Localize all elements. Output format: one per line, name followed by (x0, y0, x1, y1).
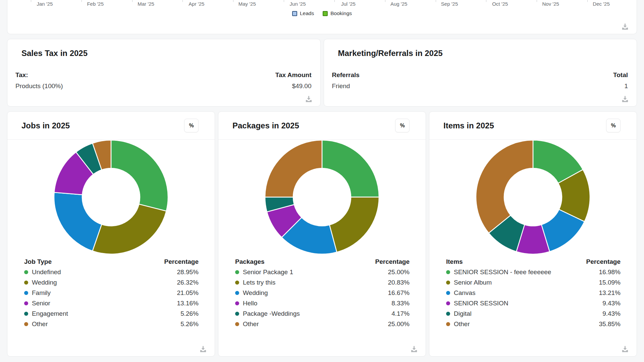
download-icon (622, 346, 629, 352)
donut-segment[interactable] (54, 192, 102, 251)
series-label: Package -Weddings (243, 310, 391, 317)
series-percentage: 16.67% (388, 289, 410, 297)
download-icon (305, 96, 312, 102)
series-color-dot (446, 270, 450, 274)
download-button[interactable] (200, 346, 207, 352)
month-label: Nov '25 (542, 1, 559, 7)
series-label: Canvas (454, 289, 599, 297)
download-icon (411, 346, 418, 352)
dashboard-page: Jan '25Feb '25Mar '25Apr '25May '25Jun '… (0, 0, 644, 362)
month-label: Aug '25 (390, 1, 407, 7)
axis-tick (537, 0, 537, 2)
axis-tick (284, 0, 284, 2)
legend-label: Bookings (330, 10, 352, 16)
legend-swatch (323, 11, 328, 16)
series-label: SENIOR SESSION (454, 300, 602, 307)
donut-segment[interactable] (322, 140, 379, 197)
series-label: Undefined (32, 268, 177, 276)
download-icon (622, 96, 629, 102)
leads-bookings-chart-card: Jan '25Feb '25Mar '25Apr '25May '25Jun '… (7, 0, 637, 34)
download-button[interactable] (411, 346, 418, 352)
series-percentage: 21.05% (177, 289, 199, 297)
axis-tick (182, 0, 183, 2)
axis-tick (132, 0, 132, 2)
column-header: Total (613, 71, 628, 79)
table-cell: Friend (332, 82, 350, 90)
donut-segment[interactable] (111, 140, 168, 211)
percent-toggle-button[interactable]: % (184, 119, 199, 132)
table-row: Hello8.33% (235, 298, 410, 308)
axis-tick (82, 0, 82, 2)
series-percentage: 4.17% (391, 310, 410, 317)
download-button[interactable] (622, 23, 629, 30)
card-title: Sales Tax in 2025 (21, 49, 320, 58)
table-row: Wedding16.67% (235, 288, 410, 298)
donut-chart (53, 139, 169, 255)
percent-toggle-button[interactable]: % (606, 119, 621, 132)
donut-segment[interactable] (265, 140, 322, 197)
column-header: Tax Amount (275, 71, 312, 79)
download-button[interactable] (622, 96, 629, 102)
series-label: Senior Package 1 (243, 268, 388, 276)
x-axis-label: Oct '25 (475, 0, 525, 8)
series-color-dot (446, 291, 450, 295)
table-row: SENIOR SESSION - feee feeeeee16.98% (446, 267, 621, 277)
x-axis-label: Feb '25 (70, 0, 121, 8)
items-table: Items Percentage SENIOR SESSION - feee f… (446, 258, 621, 329)
series-label: Senior Album (454, 279, 599, 286)
x-axis-label: Sep '25 (424, 0, 475, 8)
table-cell: $49.00 (292, 82, 311, 90)
month-label: Dec '25 (593, 1, 609, 7)
series-percentage: 25.00% (388, 320, 410, 328)
series-label: Engagement (32, 310, 180, 317)
series-percentage: 20.83% (388, 279, 410, 286)
card-title: Marketing/Referrals in 2025 (338, 49, 637, 58)
column-header: Percentage (586, 258, 621, 265)
sales-tax-card: Sales Tax in 2025 Tax: Tax Amount Produc… (7, 39, 321, 107)
legend-item-leads[interactable]: Leads (292, 10, 314, 16)
series-color-dot (446, 312, 450, 316)
series-color-dot (235, 301, 239, 305)
month-label: Feb '25 (87, 1, 104, 7)
donut-chart (264, 139, 380, 255)
column-header: Tax: (15, 71, 28, 79)
table-row: Products (100%) $49.00 (15, 82, 312, 90)
card-title: Packages in 2025 (232, 121, 299, 130)
donut-segment[interactable] (329, 197, 379, 252)
column-header: Percentage (375, 258, 410, 265)
x-axis-label: Dec '25 (576, 0, 627, 8)
series-label: Other (454, 320, 599, 328)
marketing-referrals-card: Marketing/Referrals in 2025 Referrals To… (324, 39, 637, 107)
jobs-card: Jobs in 2025 % Job Type Percentage Undef… (7, 111, 215, 357)
download-icon (622, 23, 629, 30)
series-color-dot (235, 281, 239, 285)
series-color-dot (24, 291, 28, 295)
series-percentage: 35.85% (599, 320, 621, 328)
month-label: May '25 (238, 1, 256, 7)
series-label: Wedding (32, 279, 177, 286)
donut-segment[interactable] (476, 140, 533, 233)
summary-row: Sales Tax in 2025 Tax: Tax Amount Produc… (7, 39, 637, 107)
referrals-table: Referrals Total Friend 1 (332, 71, 628, 90)
legend-item-bookings[interactable]: Bookings (323, 10, 352, 16)
column-header: Items (446, 258, 463, 265)
download-button[interactable] (305, 96, 312, 102)
table-row: Digital9.43% (446, 308, 621, 319)
series-color-dot (24, 312, 28, 316)
series-percentage: 16.98% (599, 268, 621, 276)
table-row: Family21.05% (24, 288, 199, 298)
column-header: Packages (235, 258, 265, 265)
sales-tax-table: Tax: Tax Amount Products (100%) $49.00 (15, 71, 312, 90)
download-button[interactable] (622, 346, 629, 352)
series-percentage: 5.26% (180, 310, 199, 317)
month-label: Jan '25 (37, 1, 53, 7)
axis-tick (233, 0, 233, 2)
percent-toggle-button[interactable]: % (395, 119, 410, 132)
table-row: SENIOR SESSION9.43% (446, 298, 621, 308)
items-donut-chart (429, 139, 637, 255)
series-color-dot (24, 270, 28, 274)
month-label: Apr '25 (189, 1, 204, 7)
series-label: SENIOR SESSION - feee feeeeee (454, 268, 599, 276)
donut-segment[interactable] (93, 204, 166, 254)
table-row: Other5.26% (24, 319, 199, 329)
